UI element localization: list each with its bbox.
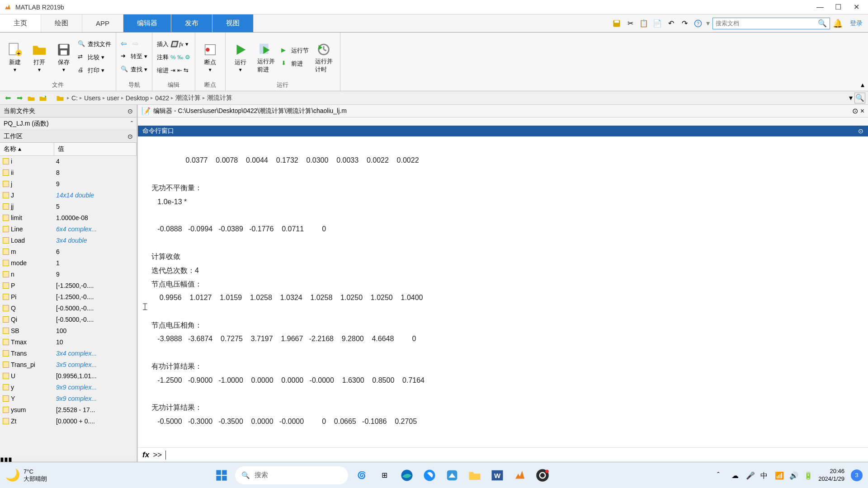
doc-search-field[interactable] <box>716 20 818 27</box>
workspace-row[interactable]: Trans3x4 complex... <box>0 348 137 359</box>
open-button[interactable]: 打开▼ <box>29 41 50 73</box>
workspace-row[interactable]: limit1.0000e-08 <box>0 212 137 224</box>
command-prompt[interactable]: fx >> <box>138 447 868 462</box>
breadcrumb-c[interactable]: C: <box>71 94 78 102</box>
tray-onedrive-icon[interactable]: ☁ <box>731 471 740 479</box>
bell-icon[interactable]: 🔔 <box>833 19 843 28</box>
tab-publish[interactable]: 发布 <box>171 14 212 32</box>
tab-view[interactable]: 视图 <box>212 14 254 32</box>
minimize-button[interactable]: — <box>816 3 825 12</box>
folder-icon[interactable] <box>55 93 65 103</box>
taskbar-clock[interactable]: 20:46 2024/1/29 <box>818 468 844 483</box>
tab-home[interactable]: 主页 <box>0 14 41 32</box>
undo-icon[interactable]: ↶ <box>665 18 676 29</box>
redo-icon[interactable]: ↷ <box>679 18 690 29</box>
app1-icon[interactable] <box>420 466 439 484</box>
workspace-row[interactable]: Load3x4 double <box>0 235 137 246</box>
matlab-taskbar-icon[interactable] <box>511 466 529 484</box>
tab-editor[interactable]: 编辑器 <box>123 14 171 32</box>
file-list-item[interactable]: PQ_LJ.m (函数) ˆ <box>0 117 137 130</box>
taskview-icon[interactable]: ⊞ <box>375 466 393 484</box>
workspace-row[interactable]: ysum[2.5528 - 17... <box>0 404 137 416</box>
breakpoints-button[interactable]: 断点▼ <box>200 41 221 73</box>
find-button[interactable]: 🔍查找 ▾ <box>121 64 147 75</box>
run-advance-button[interactable]: 运行并 前进 <box>255 40 278 75</box>
explorer-icon[interactable] <box>466 466 484 484</box>
maximize-button[interactable]: ☐ <box>834 3 843 12</box>
run-button[interactable]: 运行▼ <box>230 41 251 73</box>
ws-col-name[interactable]: 名称 ▴ <box>0 143 54 155</box>
tab-apps[interactable]: APP <box>82 14 123 32</box>
editor-menu-icon[interactable]: ⊙ × <box>852 107 864 115</box>
doc-search-input[interactable]: 🔍 <box>712 18 830 29</box>
workspace-row[interactable]: y9x9 complex... <box>0 382 137 393</box>
tray-mic-icon[interactable]: 🎤 <box>746 471 754 479</box>
close-button[interactable]: ✕ <box>852 3 861 12</box>
copy-icon[interactable]: 📋 <box>638 18 649 29</box>
workspace-row[interactable]: Tmax10 <box>0 337 137 348</box>
goto-button[interactable]: ➜转至 ▾ <box>121 51 147 62</box>
workspace-row[interactable]: jj5 <box>0 201 137 212</box>
workspace-row[interactable]: Zt[0.0000 + 0.... <box>0 416 137 427</box>
findfiles-button[interactable]: 🔍查找文件 <box>78 38 111 50</box>
save-quick-icon[interactable] <box>611 18 622 29</box>
taskbar-search[interactable]: 🔍搜索 <box>235 466 348 484</box>
breadcrumb-user[interactable]: user <box>107 94 119 102</box>
workspace-row[interactable]: j9 <box>0 178 137 190</box>
notification-badge[interactable]: 3 <box>851 469 863 481</box>
ribbon-collapse-icon[interactable]: ▴ <box>861 80 864 89</box>
tray-wifi-icon[interactable]: 📶 <box>775 471 783 479</box>
breadcrumb-folder1[interactable]: 潮流计算 <box>175 94 201 102</box>
tray-volume-icon[interactable]: 🔊 <box>789 471 797 479</box>
breadcrumb-users[interactable]: Users <box>84 94 101 102</box>
obs-icon[interactable] <box>533 466 552 484</box>
save-button[interactable]: 保存▼ <box>53 41 74 73</box>
workspace-row[interactable]: Qi[-0.5000,-0.... <box>0 314 137 325</box>
tray-battery-icon[interactable]: 🔋 <box>804 471 812 479</box>
workspace-row[interactable]: ii8 <box>0 167 137 178</box>
tray-chevron-icon[interactable]: ˆ <box>717 471 725 479</box>
run-section-button[interactable]: ▶运行节 <box>281 45 309 56</box>
nav-fwd-icon[interactable]: ➡ <box>14 93 24 103</box>
path-search-icon[interactable]: 🔍 <box>854 93 865 103</box>
workspace-row[interactable]: P[-1.2500,-0.... <box>0 280 137 291</box>
workspace-row[interactable]: i4 <box>0 156 137 167</box>
indent-button[interactable]: 缩进 ⇥ ⇤ ⇆ <box>157 65 190 76</box>
folder-panel-menu-icon[interactable]: ⊙ <box>127 108 133 115</box>
cmdwin-menu-icon[interactable]: ⊙ <box>858 127 863 135</box>
run-time-button[interactable]: 运行并 计时 <box>312 40 335 75</box>
edge-icon[interactable] <box>398 466 416 484</box>
advance-button[interactable]: ⬇前进 <box>281 58 309 70</box>
path-dropdown-icon[interactable]: ▾ <box>849 94 853 102</box>
nav-back-icon[interactable]: ⬅ <box>3 93 13 103</box>
breadcrumb-0422[interactable]: 0422 <box>155 94 169 102</box>
workspace-row[interactable]: Pi[-1.2500,-0.... <box>0 291 137 303</box>
new-button[interactable]: +新建▼ <box>5 41 25 73</box>
paste-icon[interactable]: 📄 <box>652 18 663 29</box>
workspace-row[interactable]: J14x14 double <box>0 190 137 201</box>
login-link[interactable]: 登录 <box>850 19 863 28</box>
breadcrumb-folder2[interactable]: 潮流计算 <box>207 94 232 102</box>
app2-icon[interactable] <box>443 466 461 484</box>
ws-col-value[interactable]: 值 <box>54 143 137 155</box>
workspace-row[interactable]: m6 <box>0 246 137 258</box>
compare-button[interactable]: ⇄比较 ▾ <box>78 52 111 63</box>
breadcrumb-desktop[interactable]: Desktop <box>126 94 149 102</box>
cut-icon[interactable]: ✂ <box>625 18 636 29</box>
workspace-row[interactable]: mode1 <box>0 258 137 269</box>
weather-widget[interactable]: 🌙 7°C 大部晴朗 <box>5 468 47 482</box>
workspace-row[interactable]: Q[-0.5000,-0.... <box>0 303 137 314</box>
workspace-row[interactable]: Trans_pi3x5 complex... <box>0 359 137 371</box>
workspace-row[interactable]: Y9x9 complex... <box>0 393 137 404</box>
comment-button[interactable]: 注释 % ‰ ⚙ <box>157 52 190 63</box>
workspace-panel-menu-icon[interactable]: ⊙ <box>127 133 133 140</box>
nav-history-icon[interactable] <box>38 93 48 103</box>
workspace-row[interactable]: Line6x4 complex... <box>0 224 137 235</box>
search-icon[interactable]: 🔍 <box>818 19 827 28</box>
word-icon[interactable]: W <box>488 466 506 484</box>
start-button[interactable] <box>212 466 231 484</box>
fwd-icon[interactable]: ⇨ <box>132 39 142 49</box>
tray-ime-icon[interactable]: 中 <box>760 471 769 479</box>
copilot-icon[interactable]: 🌀 <box>353 466 371 484</box>
print-button[interactable]: 🖨打印 ▾ <box>78 65 111 76</box>
